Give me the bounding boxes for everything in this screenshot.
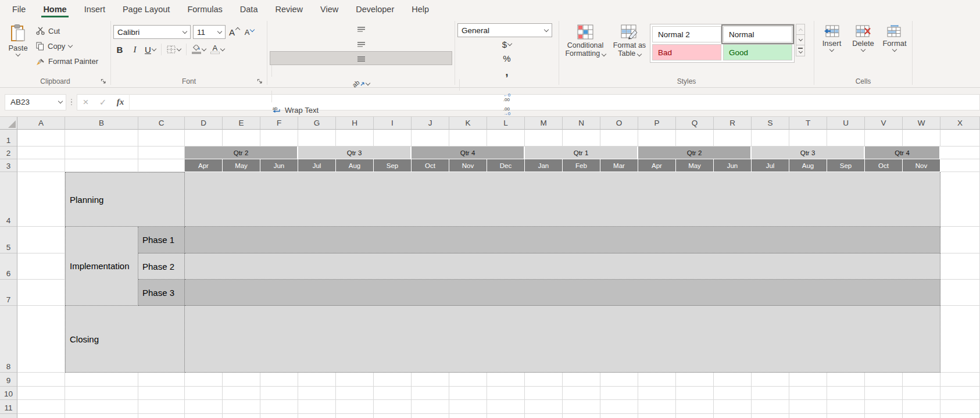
row-header-8[interactable]: 8	[0, 306, 17, 373]
cell-Q[interactable]	[676, 414, 714, 418]
cell-V[interactable]	[865, 414, 903, 418]
cell-W9[interactable]	[903, 373, 940, 387]
cell-E10[interactable]	[223, 387, 260, 400]
cell-K10[interactable]	[449, 387, 487, 400]
borders-button[interactable]	[166, 42, 182, 56]
comma-style-button[interactable]: ,	[457, 65, 556, 79]
column-header-V[interactable]: V	[865, 117, 903, 130]
cell-I[interactable]	[374, 414, 412, 418]
cell-O1[interactable]	[600, 130, 638, 147]
cell-X8[interactable]	[940, 306, 980, 373]
column-header-S[interactable]: S	[752, 117, 789, 130]
cell-W[interactable]	[903, 414, 940, 418]
cell-phase-2[interactable]: Phase 2	[138, 253, 185, 280]
cell-A8[interactable]	[17, 306, 65, 373]
month-header-apr-13[interactable]: Apr	[638, 159, 676, 172]
row-header-9[interactable]: 9	[0, 373, 17, 387]
cancel-button[interactable]: ×	[77, 94, 94, 110]
cell-X4[interactable]	[940, 172, 980, 227]
cell-P10[interactable]	[638, 387, 676, 400]
cell-D9[interactable]	[185, 373, 223, 387]
cell-T[interactable]	[789, 414, 827, 418]
cell-B3[interactable]	[65, 159, 138, 172]
column-header-B[interactable]: B	[65, 117, 138, 130]
cell-G10[interactable]	[298, 387, 336, 400]
tab-view[interactable]: View	[312, 0, 347, 19]
gantt-row-closing[interactable]	[185, 306, 940, 373]
decrease-font-size-button[interactable]: A	[243, 25, 256, 39]
cell-B1[interactable]	[65, 130, 138, 147]
cell-S11[interactable]	[752, 400, 789, 414]
month-header-jun-3[interactable]: Jun	[260, 159, 298, 172]
cell-L10[interactable]	[487, 387, 525, 400]
cell-K[interactable]	[449, 414, 487, 418]
cell-R10[interactable]	[714, 387, 752, 400]
cell-I1[interactable]	[374, 130, 412, 147]
font-dialog-launcher[interactable]	[256, 78, 263, 85]
style-tile-normal-2[interactable]: Normal 2	[652, 26, 721, 42]
tab-insert[interactable]: Insert	[76, 0, 114, 19]
gantt-row-phase-3[interactable]	[185, 280, 940, 306]
month-header-oct-7[interactable]: Oct	[412, 159, 449, 172]
cell-C1[interactable]	[138, 130, 185, 147]
cell-M9[interactable]	[525, 373, 563, 387]
cell-A10[interactable]	[17, 387, 65, 400]
cell-F[interactable]	[260, 414, 298, 418]
underline-button[interactable]: U	[144, 42, 157, 56]
cell-E1[interactable]	[223, 130, 260, 147]
cell-H9[interactable]	[336, 373, 374, 387]
delete-cells-button[interactable]: Delete	[848, 21, 878, 51]
insert-function-button[interactable]: fx	[112, 94, 129, 110]
column-header-T[interactable]: T	[789, 117, 827, 130]
tab-file[interactable]: File	[3, 0, 34, 19]
percent-style-button[interactable]: %	[457, 51, 556, 65]
cell-O10[interactable]	[600, 387, 638, 400]
quarter-header-qtr-4[interactable]: Qtr 4	[412, 147, 525, 159]
gantt-row-phase-1[interactable]	[185, 227, 940, 253]
cell-L[interactable]	[487, 414, 525, 418]
cell-D[interactable]	[185, 414, 223, 418]
quarter-header-qtr-1[interactable]: Qtr 1	[525, 147, 638, 159]
cell-A6[interactable]	[17, 253, 65, 280]
cell-F1[interactable]	[260, 130, 298, 147]
column-header-A[interactable]: A	[17, 117, 65, 130]
month-header-jun-15[interactable]: Jun	[714, 159, 752, 172]
column-header-N[interactable]: N	[563, 117, 600, 130]
number-format-select[interactable]: General	[457, 23, 552, 37]
cell-X[interactable]	[940, 414, 980, 418]
row-header-11[interactable]: 11	[0, 400, 17, 414]
cell-E11[interactable]	[223, 400, 260, 414]
quarter-header-qtr-2[interactable]: Qtr 2	[638, 147, 752, 159]
cell-T10[interactable]	[789, 387, 827, 400]
cell-X6[interactable]	[940, 253, 980, 280]
cell-A5[interactable]	[17, 227, 65, 253]
month-header-aug-5[interactable]: Aug	[336, 159, 374, 172]
cell-D10[interactable]	[185, 387, 223, 400]
cell-L9[interactable]	[487, 373, 525, 387]
cell-closing[interactable]: Closing	[65, 306, 185, 373]
cell-phase-3[interactable]: Phase 3	[138, 280, 185, 306]
style-tile-bad[interactable]: Bad	[652, 44, 721, 60]
month-header-may-2[interactable]: May	[223, 159, 260, 172]
cell-phase-1[interactable]: Phase 1	[138, 227, 185, 253]
tab-help[interactable]: Help	[403, 0, 438, 19]
month-header-jan-10[interactable]: Jan	[525, 159, 563, 172]
month-header-aug-17[interactable]: Aug	[789, 159, 827, 172]
row-header-3[interactable]: 3	[0, 159, 17, 172]
gantt-row-phase-2[interactable]	[185, 253, 940, 280]
cell-D11[interactable]	[185, 400, 223, 414]
cell-U10[interactable]	[827, 387, 865, 400]
cell-V1[interactable]	[865, 130, 903, 147]
cut-button[interactable]: Cut	[34, 23, 101, 38]
cell-G11[interactable]	[298, 400, 336, 414]
quarter-header-qtr-2[interactable]: Qtr 2	[185, 147, 298, 159]
cell-implementation[interactable]: Implementation	[65, 227, 138, 306]
cell-O11[interactable]	[600, 400, 638, 414]
cell-E9[interactable]	[223, 373, 260, 387]
font-size-select[interactable]: 11	[193, 25, 226, 39]
cell-C2[interactable]	[138, 147, 185, 159]
column-header-W[interactable]: W	[903, 117, 940, 130]
cell-H[interactable]	[336, 414, 374, 418]
cell-G[interactable]	[298, 414, 336, 418]
cell-I11[interactable]	[374, 400, 412, 414]
